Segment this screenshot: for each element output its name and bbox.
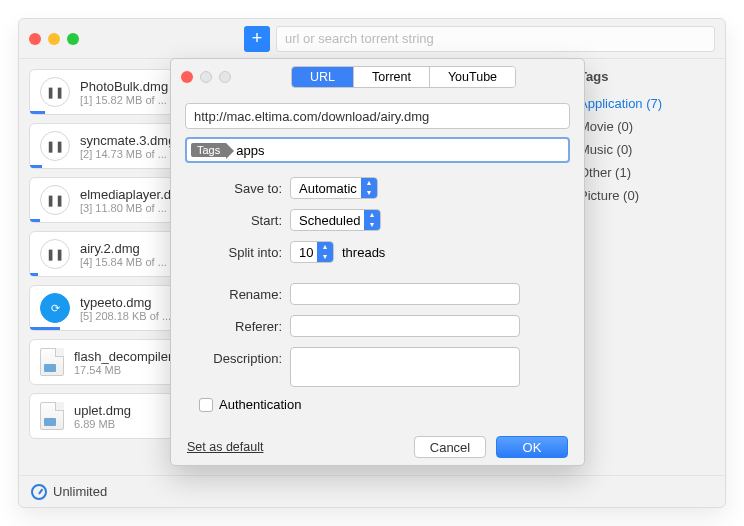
- progress-bar: [30, 165, 42, 168]
- sidebar-tag[interactable]: Picture (0): [579, 184, 711, 207]
- download-name: uplet.dmg: [74, 403, 131, 418]
- progress-bar: [30, 111, 45, 114]
- maximize-icon: [219, 71, 231, 83]
- description-label: Description:: [185, 347, 290, 366]
- traffic-lights: [29, 33, 79, 45]
- sidebar-tag[interactable]: Movie (0): [579, 115, 711, 138]
- save-to-select[interactable]: Automatic: [290, 177, 378, 199]
- cancel-button[interactable]: Cancel: [414, 436, 486, 458]
- progress-bar: [30, 219, 40, 222]
- sidebar: Tags Application (7)Movie (0)Music (0)Ot…: [565, 59, 725, 475]
- dialog-footer: Set as default Cancel OK: [171, 424, 584, 470]
- chevron-updown-icon: [361, 178, 377, 198]
- save-to-label: Save to:: [185, 177, 290, 196]
- url-input[interactable]: http://mac.eltima.com/download/airy.dmg: [185, 103, 570, 129]
- close-icon[interactable]: [181, 71, 193, 83]
- referer-input[interactable]: [290, 315, 520, 337]
- progress-bar: [30, 273, 38, 276]
- add-url-dialog: URL Torrent YouTube http://mac.eltima.co…: [170, 58, 585, 466]
- file-icon[interactable]: [40, 348, 64, 376]
- pause-icon[interactable]: ❚❚: [40, 239, 70, 269]
- auth-label: Authentication: [219, 397, 301, 412]
- download-name: syncmate.3.dmg: [80, 133, 175, 148]
- download-name: PhotoBulk.dmg: [80, 79, 168, 94]
- tags-chip: Tags: [191, 143, 226, 157]
- download-sub: [2] 14.73 MB of ...: [80, 148, 175, 160]
- progress-bar: [30, 327, 60, 330]
- file-icon[interactable]: [40, 402, 64, 430]
- sidebar-tag[interactable]: Application (7): [579, 92, 711, 115]
- sidebar-tag[interactable]: Other (1): [579, 161, 711, 184]
- set-default-link[interactable]: Set as default: [187, 440, 263, 454]
- chevron-updown-icon: [317, 242, 333, 262]
- auth-checkbox[interactable]: [199, 398, 213, 412]
- download-sub: [1] 15.82 MB of ...: [80, 94, 168, 106]
- download-sub: 6.89 MB: [74, 418, 131, 430]
- description-input[interactable]: [290, 347, 520, 387]
- status-label: Unlimited: [53, 484, 107, 499]
- download-sub: [4] 15.84 MB of ...: [80, 256, 167, 268]
- tags-value: apps: [236, 143, 264, 158]
- download-sub: [5] 208.18 KB of ...: [80, 310, 171, 322]
- split-select[interactable]: 10: [290, 241, 334, 263]
- download-name: typeeto.dmg: [80, 295, 171, 310]
- dialog-traffic-lights: [181, 71, 231, 83]
- search-input[interactable]: url or search torrent string: [276, 26, 715, 52]
- statusbar: Unlimited: [19, 475, 725, 507]
- split-label: Split into:: [185, 241, 290, 260]
- gauge-icon: [31, 484, 47, 500]
- pause-icon[interactable]: ❚❚: [40, 77, 70, 107]
- download-name: airy.2.dmg: [80, 241, 167, 256]
- refresh-icon[interactable]: ⟳: [40, 293, 70, 323]
- pause-icon[interactable]: ❚❚: [40, 185, 70, 215]
- referer-label: Referer:: [185, 315, 290, 334]
- dialog-titlebar: URL Torrent YouTube: [171, 59, 584, 95]
- minimize-icon[interactable]: [48, 33, 60, 45]
- tab-url[interactable]: URL: [292, 67, 354, 87]
- tab-torrent[interactable]: Torrent: [354, 67, 430, 87]
- pause-icon[interactable]: ❚❚: [40, 131, 70, 161]
- add-button[interactable]: +: [244, 26, 270, 52]
- chevron-updown-icon: [364, 210, 380, 230]
- sidebar-header: Tags: [579, 69, 711, 84]
- minimize-icon: [200, 71, 212, 83]
- threads-label: threads: [342, 241, 385, 260]
- start-select[interactable]: Scheduled: [290, 209, 381, 231]
- rename-label: Rename:: [185, 283, 290, 302]
- dialog-body: http://mac.eltima.com/download/airy.dmg …: [171, 95, 584, 420]
- sidebar-tag[interactable]: Music (0): [579, 138, 711, 161]
- tab-segmented-control: URL Torrent YouTube: [291, 66, 516, 88]
- start-label: Start:: [185, 209, 290, 228]
- ok-button[interactable]: OK: [496, 436, 568, 458]
- titlebar: + url or search torrent string: [19, 19, 725, 59]
- rename-input[interactable]: [290, 283, 520, 305]
- tags-input[interactable]: Tags apps: [185, 137, 570, 163]
- maximize-icon[interactable]: [67, 33, 79, 45]
- close-icon[interactable]: [29, 33, 41, 45]
- tab-youtube[interactable]: YouTube: [430, 67, 515, 87]
